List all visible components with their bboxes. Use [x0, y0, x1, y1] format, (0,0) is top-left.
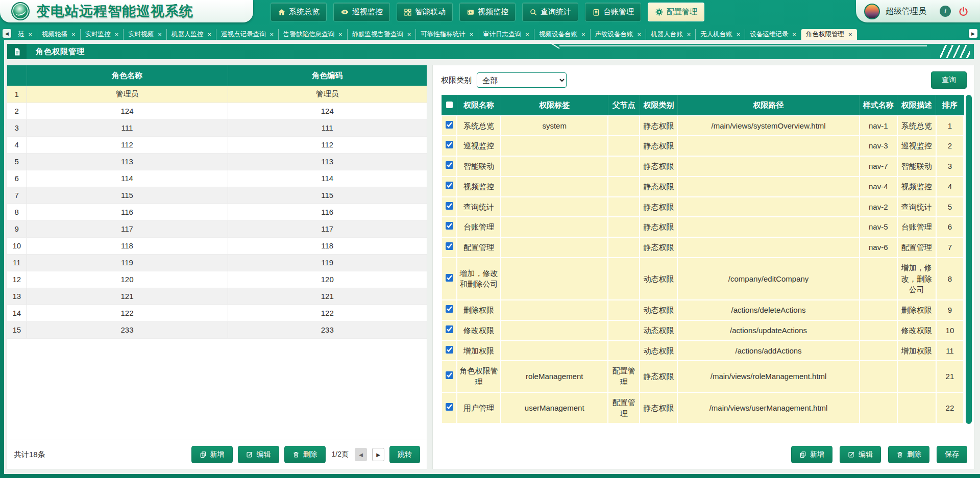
tab-close-icon[interactable]: ×: [687, 31, 691, 38]
row-checkbox[interactable]: [446, 202, 453, 210]
save-button[interactable]: 保存: [937, 446, 967, 463]
role-row[interactable]: 1 管理员 管理员: [7, 86, 427, 103]
search-button[interactable]: 查询: [931, 71, 967, 89]
role-row[interactable]: 3 111 111: [7, 119, 427, 136]
table-scrollbar[interactable]: [966, 95, 972, 424]
row-checkbox[interactable]: [446, 242, 453, 250]
permission-edit-button[interactable]: 编辑: [840, 446, 881, 463]
nav-query-stats[interactable]: 查询统计: [522, 3, 578, 21]
tab-close-icon[interactable]: ×: [792, 31, 796, 38]
tab[interactable]: 设备运维记录 ×: [745, 29, 801, 40]
perm-type-cell: 静态权限: [640, 136, 677, 156]
permission-row[interactable]: 配置管理 静态权限 nav-6 配置管理 7: [442, 237, 964, 258]
role-row[interactable]: 4 112 112: [7, 136, 427, 153]
tab-close-icon[interactable]: ×: [29, 31, 33, 38]
row-checkbox[interactable]: [446, 305, 453, 313]
role-row[interactable]: 10 118 118: [7, 237, 427, 254]
tab[interactable]: 可靠性指标统计 ×: [416, 29, 478, 40]
tab[interactable]: 静默监视告警查询 ×: [348, 29, 416, 40]
power-logout-icon[interactable]: [958, 6, 969, 17]
role-row[interactable]: 2 124 124: [7, 103, 427, 119]
info-icon[interactable]: i: [940, 6, 951, 17]
permission-row[interactable]: 用户管理 userManagement 配置管理 静态权限 /main/view…: [442, 392, 964, 424]
tab-close-icon[interactable]: ×: [581, 31, 585, 38]
tab[interactable]: 视频轮播 ×: [37, 29, 81, 40]
tab-close-icon[interactable]: ×: [638, 31, 642, 38]
role-edit-button[interactable]: 编辑: [238, 446, 279, 463]
permission-row[interactable]: 巡视监控 静态权限 nav-3 巡视监控 2: [442, 136, 964, 156]
tab[interactable]: 机器人监控 ×: [167, 29, 216, 40]
role-add-button[interactable]: 新增: [191, 446, 233, 463]
tab[interactable]: 角色权限管理 ×: [801, 29, 857, 40]
tab[interactable]: 视频设备台账 ×: [534, 29, 591, 40]
tab-close-icon[interactable]: ×: [407, 31, 411, 38]
tab-close-icon[interactable]: ×: [270, 31, 274, 38]
role-row[interactable]: 13 121 121: [7, 288, 427, 305]
tab[interactable]: 声纹设备台账 ×: [591, 29, 647, 40]
nav-video-monitor[interactable]: 视频监控: [459, 3, 516, 21]
tab-close-icon[interactable]: ×: [115, 31, 119, 38]
jump-button[interactable]: 跳转: [389, 446, 420, 463]
row-checkbox[interactable]: [446, 182, 453, 189]
tab-scroll-right-icon[interactable]: ▶: [969, 29, 977, 38]
role-row[interactable]: 12 120 120: [7, 271, 427, 288]
role-row[interactable]: 14 122 122: [7, 305, 427, 321]
permission-row[interactable]: 智能联动 静态权限 nav-7 智能联动 3: [442, 156, 964, 177]
row-checkbox[interactable]: [446, 161, 453, 169]
role-delete-button[interactable]: 删除: [284, 446, 326, 463]
permission-row[interactable]: 增加，修改和删除公司 动态权限 /company/editCompany 增加，…: [442, 258, 964, 300]
role-row[interactable]: 6 114 114: [7, 170, 427, 187]
nav-system-overview[interactable]: 系统总览: [271, 3, 327, 21]
role-row[interactable]: 5 113 113: [7, 153, 427, 170]
row-checkbox[interactable]: [446, 403, 453, 411]
tab-close-icon[interactable]: ×: [71, 31, 76, 38]
nav-config-management[interactable]: 配置管理: [648, 3, 704, 21]
pager-prev-icon[interactable]: ◀: [355, 448, 367, 461]
row-checkbox[interactable]: [446, 325, 453, 333]
role-row[interactable]: 15 233 233: [7, 321, 427, 338]
permission-type-select[interactable]: 全部: [477, 72, 567, 88]
nav-ledger-management[interactable]: 台账管理: [585, 3, 641, 21]
tab-close-icon[interactable]: ×: [848, 31, 852, 38]
role-row[interactable]: 7 115 115: [7, 187, 427, 204]
permission-add-button[interactable]: 新增: [791, 446, 832, 463]
row-checkbox[interactable]: [446, 121, 453, 129]
tab[interactable]: 实时监控 ×: [81, 29, 124, 40]
permission-row[interactable]: 角色权限管理 roleManagement 配置管理 静态权限 /main/vi…: [442, 361, 964, 392]
role-row[interactable]: 8 116 116: [7, 204, 427, 220]
permission-row[interactable]: 查询统计 静态权限 nav-2 查询统计 5: [442, 197, 964, 217]
scrollbar-thumb[interactable]: [966, 95, 972, 424]
tab-close-icon[interactable]: ×: [207, 31, 211, 38]
permission-row[interactable]: 视频监控 静态权限 nav-4 视频监控 4: [442, 177, 964, 197]
permission-row[interactable]: 系统总览 system 静态权限 /main/views/systemOverv…: [442, 116, 964, 136]
row-checkbox[interactable]: [446, 346, 453, 354]
permission-row[interactable]: 增加权限 动态权限 /actions/addActions 增加权限 11: [442, 341, 964, 361]
pager-next-icon[interactable]: ▶: [372, 448, 384, 461]
tab[interactable]: 实时视频 ×: [124, 29, 167, 40]
role-row[interactable]: 11 119 119: [7, 254, 427, 271]
permission-row[interactable]: 台账管理 静态权限 nav-5 台账管理 6: [442, 217, 964, 237]
row-checkbox[interactable]: [446, 274, 453, 282]
tab[interactable]: 审计日志查询 ×: [478, 29, 534, 40]
tab[interactable]: 告警缺陷信息查询 ×: [279, 29, 348, 40]
tab-scroll-left-icon[interactable]: ◀: [3, 29, 11, 38]
tab-close-icon[interactable]: ×: [158, 31, 162, 38]
permission-row[interactable]: 删除权限 动态权限 /actions/deleteActions 删除权限 9: [442, 300, 964, 320]
row-checkbox[interactable]: [446, 222, 453, 230]
nav-smart-linkage[interactable]: 智能联动: [397, 3, 453, 21]
tab-close-icon[interactable]: ×: [338, 31, 342, 38]
select-all-checkbox[interactable]: [442, 95, 457, 116]
tab-close-icon[interactable]: ×: [525, 31, 529, 38]
permission-row[interactable]: 修改权限 动态权限 /actions/updateActions 修改权限 10: [442, 320, 964, 341]
tab-close-icon[interactable]: ×: [470, 31, 474, 38]
nav-inspection-monitor[interactable]: 巡视监控: [333, 3, 390, 21]
row-checkbox[interactable]: [446, 371, 453, 379]
tab[interactable]: 无人机台账 ×: [696, 29, 745, 40]
tab[interactable]: 巡视点记录查询 ×: [216, 29, 279, 40]
permission-delete-button[interactable]: 删除: [888, 446, 929, 463]
tab[interactable]: 机器人台账 ×: [646, 29, 696, 40]
row-checkbox[interactable]: [446, 141, 453, 148]
role-row[interactable]: 9 117 117: [7, 220, 427, 237]
tab-close-icon[interactable]: ×: [737, 31, 741, 38]
tab[interactable]: 范 ×: [13, 29, 37, 40]
